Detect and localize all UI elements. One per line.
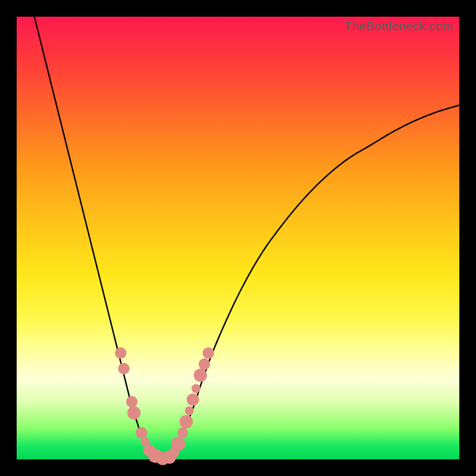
marker-point	[199, 358, 210, 369]
chart-frame: TheBottleneck.com	[0, 0, 476, 476]
marker-point	[187, 393, 199, 406]
chart-svg	[17, 17, 459, 459]
curve-left-branch	[35, 17, 163, 459]
marker-point	[177, 427, 188, 438]
marker-point	[127, 406, 140, 419]
marker-point	[171, 437, 186, 451]
marker-point	[180, 415, 193, 428]
data-markers	[115, 347, 214, 465]
curve-right-branch	[163, 105, 459, 459]
marker-point	[202, 347, 214, 359]
marker-point	[185, 406, 194, 415]
marker-point	[194, 368, 207, 381]
marker-point	[115, 347, 126, 359]
marker-point	[118, 363, 129, 374]
marker-point	[136, 427, 147, 439]
marker-point	[126, 396, 137, 408]
curve-lines	[35, 17, 459, 459]
plot-area: TheBottleneck.com	[17, 17, 459, 459]
marker-point	[192, 384, 201, 393]
